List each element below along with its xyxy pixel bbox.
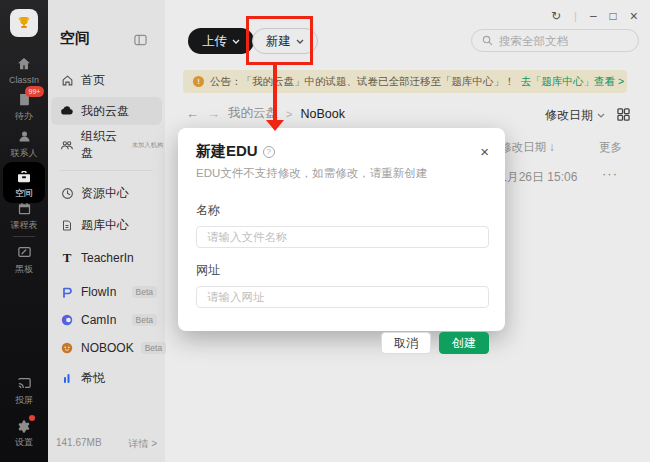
name-field-label: 名称: [196, 202, 489, 219]
dialog-title: 新建EDU: [196, 142, 258, 161]
cancel-button[interactable]: 取消: [381, 332, 431, 354]
new-edu-dialog: 新建EDU ? × EDU文件不支持修改，如需修改，请重新创建 名称 网址 取消…: [178, 128, 505, 331]
url-input[interactable]: [196, 286, 489, 308]
app-window: ClassIn 99+ 待办 联系人 空间 课程表: [0, 0, 650, 462]
annotation-highlight-box: [246, 16, 313, 65]
annotation-arrow-head: [266, 120, 284, 131]
info-icon[interactable]: ?: [263, 146, 275, 158]
dialog-subtitle: EDU文件不支持修改，如需修改，请重新创建: [196, 166, 489, 181]
create-button[interactable]: 创建: [439, 332, 489, 354]
dialog-header: 新建EDU ? ×: [196, 142, 489, 161]
url-field-label: 网址: [196, 262, 489, 279]
dialog-footer: 取消 创建: [196, 332, 489, 354]
name-input[interactable]: [196, 226, 489, 248]
dialog-close-icon[interactable]: ×: [480, 145, 489, 159]
annotation-arrow-shaft: [273, 64, 277, 121]
